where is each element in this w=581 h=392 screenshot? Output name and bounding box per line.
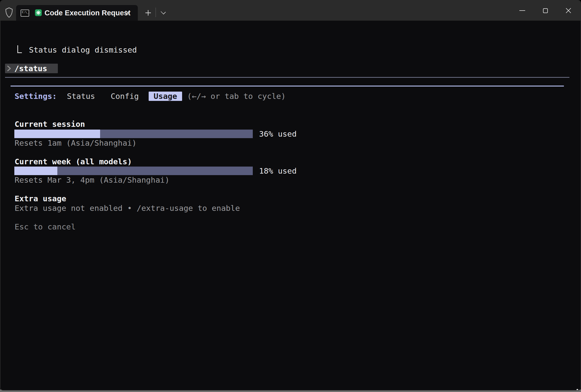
settings-label: Settings: [15,92,57,101]
claude-asterisk-icon [35,9,42,16]
command-prompt-icon-text: C:\_ [22,11,29,14]
esc-hint: Esc to cancel [15,222,76,231]
tab-cycle-hint: (←/→ or tab to cycle) [187,92,286,101]
tab-separator [155,8,156,17]
elbow-icon [17,45,22,53]
shield-icon [5,7,13,18]
minimize-button[interactable] [511,1,534,21]
status-message: Status dialog dismissed [29,45,137,55]
divider-top [5,77,569,78]
desktop-background: C:\_ Code Execution Request [0,0,581,392]
plus-icon [145,10,151,16]
terminal-content: Status dialog dismissed /status Settings… [1,21,580,390]
close-icon [566,8,571,13]
week-usage-bar [14,167,253,175]
maximize-button[interactable] [534,1,557,21]
tab-usage[interactable]: Usage [149,92,182,101]
scrollbar-thumb[interactable] [576,389,578,390]
settings-tab-bar: Settings: Status Config Usage (←/→ or ta… [1,92,580,101]
command-input[interactable]: /status [5,64,58,73]
session-usage-bar-fill [14,130,100,138]
new-tab-button[interactable] [143,8,153,18]
minimize-icon [519,10,525,11]
terminal-window: C:\_ Code Execution Request [0,0,581,390]
extra-usage-detail: Extra usage not enabled • /extra-usage t… [15,204,240,213]
week-reset-info: Resets Mar 3, 4pm (Asia/Shanghai) [15,175,170,185]
prompt-chevron-icon [7,66,11,71]
tab-dropdown-button[interactable] [158,8,168,18]
prompt-command: /status [14,64,47,73]
tab-title: Code Execution Request [45,5,131,21]
close-button[interactable] [557,1,580,21]
maximize-icon [543,8,548,13]
week-used-label: 18% used [259,166,297,176]
window-controls [505,1,580,21]
chevron-down-icon [161,9,166,14]
tab-code-execution-request[interactable]: C:\_ Code Execution Request [16,5,138,21]
section-title-current-week: Current week (all models) [15,157,132,166]
session-reset-info: Resets 1am (Asia/Shanghai) [15,138,137,148]
session-usage-bar [14,130,253,138]
divider-accent [11,86,564,87]
command-prompt-icon: C:\_ [21,10,29,17]
titlebar[interactable]: C:\_ Code Execution Request [1,1,580,21]
section-title-current-session: Current session [15,120,85,129]
session-used-label: 36% used [259,129,297,139]
tab-status[interactable]: Status [67,92,95,101]
section-title-extra-usage: Extra usage [15,194,66,203]
tab-config[interactable]: Config [111,92,139,101]
tab-close-icon[interactable] [123,8,133,17]
week-usage-bar-fill [14,167,57,175]
